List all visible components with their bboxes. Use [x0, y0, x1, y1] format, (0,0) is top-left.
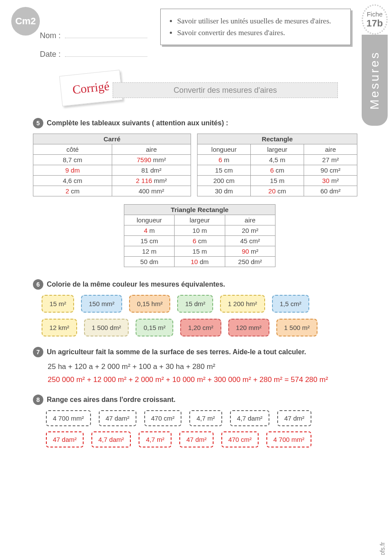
page-title: Convertir des mesures d'aires	[113, 82, 338, 98]
area-box: 47 dam²	[46, 431, 84, 447]
ex8-answer: 47 dam²4,7 dam²4,7 m²47 dm²470 cm²4 700 …	[46, 431, 366, 447]
fiche-label: Fiche	[367, 10, 383, 18]
fiche-circle: Fiche 17b	[362, 4, 388, 35]
ex6-row2: 12 km²1 500 dm²0,15 m²1,20 cm²120 mm²1 5…	[42, 319, 366, 336]
carre-table: Carré côtéaire 8,7 cm7590 mm² 9 dm81 dm²…	[33, 134, 191, 196]
ex5-number: 5	[33, 118, 43, 128]
ex6-head: 6 Colorie de la même couleur les mesures…	[33, 279, 366, 290]
chip: 1,20 cm²	[180, 319, 221, 336]
ex5-text: Complète les tableaux suivants ( attenti…	[47, 119, 228, 127]
area-box: 47 dam²	[99, 410, 136, 426]
ex8-text: Range ces aires dans l'ordre croissant.	[47, 396, 175, 404]
chip: 120 mm²	[228, 319, 269, 336]
objective-2: Savoir convertir des mesures d'aires.	[177, 27, 342, 39]
rectangle-table: Rectangle longueurlargeuraire 6 m4,5 m27…	[197, 134, 357, 196]
name-label: Nom :	[40, 31, 61, 40]
name-date-block: Nom : Date :	[40, 31, 147, 69]
ex8-head: 8 Range ces aires dans l'ordre croissant…	[33, 395, 366, 405]
grade-badge: Cm2	[11, 7, 40, 36]
triangle-table: Triangle Rectangle longueurlargeuraire 4…	[124, 204, 275, 267]
ex8-given: 4 700 mm²47 dam²470 cm²4,7 m²4,7 dam²47 …	[46, 410, 366, 426]
side-tab-text: Mesures	[368, 51, 382, 109]
chip: 1 200 hm²	[220, 295, 265, 313]
area-box: 4,7 m²	[189, 410, 222, 426]
chip: 0,15 m²	[136, 319, 173, 336]
ex6-number: 6	[33, 279, 43, 290]
ex6-text: Colorie de la même couleur les mesures é…	[47, 281, 225, 288]
ex7-text: Un agriculteur fait la somme de la surfa…	[47, 348, 306, 356]
area-box: 4,7 dam²	[230, 410, 269, 426]
name-field[interactable]	[65, 32, 147, 38]
area-box: 470 cm²	[144, 410, 181, 426]
ex8-number: 8	[33, 395, 43, 405]
ex7-line1: 25 ha + 120 a + 2 000 m² + 100 a + 30 ha…	[48, 362, 366, 371]
date-field[interactable]	[65, 51, 147, 57]
chip: 15 dm²	[177, 295, 213, 313]
corrige-text: Corrigé	[72, 79, 110, 97]
chip: 150 mm²	[81, 295, 122, 313]
area-box: 4 700 mm²	[46, 410, 91, 426]
chip: 12 km²	[42, 319, 77, 336]
chip: 0,15 hm²	[129, 295, 170, 313]
fiche-badge: Fiche 17b	[362, 4, 388, 35]
objectives-box: Savoir utiliser les unités usuelles de m…	[160, 9, 351, 45]
ex6-row1: 15 m²150 mm²0,15 hm²15 dm²1 200 hm²1,5 c…	[42, 295, 366, 313]
area-box: 47 dm²	[277, 410, 311, 426]
fiche-number: 17b	[366, 18, 383, 29]
objective-1: Savoir utiliser les unités usuelles de m…	[177, 15, 342, 27]
chip: 1 500 m²	[276, 319, 317, 336]
date-label: Date :	[40, 50, 61, 59]
area-box: 47 dm²	[179, 431, 214, 447]
grade-text: Cm2	[15, 16, 36, 27]
area-box: 4,7 dam²	[91, 431, 131, 447]
ex7-answer: 250 000 m² + 12 000 m² + 2 000 m² + 10 0…	[48, 375, 366, 384]
ex5-head: 5 Complète les tableaux suivants ( atten…	[33, 118, 366, 128]
side-tab: Mesures	[362, 35, 388, 126]
area-box: 4 700 mm²	[266, 431, 311, 447]
area-box: 470 cm²	[221, 431, 259, 447]
chip: 1 500 dm²	[84, 319, 129, 336]
ex7-number: 7	[33, 347, 43, 357]
site-url: http://www.i-profs.fr	[379, 542, 386, 555]
area-box: 4,7 m²	[139, 431, 172, 447]
chip: 1,5 cm²	[272, 295, 309, 313]
chip: 15 m²	[42, 295, 74, 313]
ex7-head: 7 Un agriculteur fait la somme de la sur…	[33, 347, 366, 357]
